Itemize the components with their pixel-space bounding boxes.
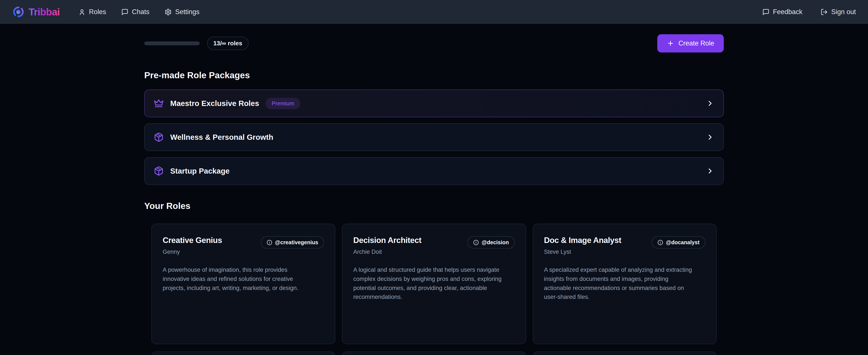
roles-grid: Creative Genius Genny @creativegenius A … — [144, 224, 724, 355]
role-card-header: Creative Genius Genny @creativegenius — [163, 236, 324, 255]
package-title: Startup Package — [170, 167, 229, 175]
role-description: A specialized expert capable of analyzin… — [544, 265, 695, 301]
package-card-wellness[interactable]: Wellness & Personal Growth — [144, 123, 724, 151]
role-description: A logical and structured guide that help… — [353, 265, 505, 301]
gear-icon — [164, 8, 172, 16]
chevron-right-icon — [706, 99, 714, 108]
role-description: A powerhouse of imagination, this role p… — [163, 265, 314, 292]
package-title: Maestro Exclusive Roles — [170, 99, 259, 108]
info-icon — [657, 240, 663, 245]
chevron-right-icon — [706, 133, 714, 141]
nav-item-chats[interactable]: Chats — [121, 8, 149, 16]
brand-logo[interactable]: Tribbai — [12, 6, 60, 18]
nav-label-roles: Roles — [89, 8, 106, 16]
brand-name: Tribbai — [29, 6, 60, 18]
package-icon — [154, 132, 164, 142]
role-subtitle: Archie Doit — [353, 248, 422, 255]
role-card-doc-image-analyst[interactable]: Doc & Image Analyst Steve Lyst @docanaly… — [533, 224, 717, 344]
role-title: Doc & Image Analyst — [544, 236, 621, 245]
role-handle-badge[interactable]: @docanalyst — [652, 236, 705, 248]
role-card-title-block: Creative Genius Genny — [163, 236, 222, 255]
role-card-title-block: Doc & Image Analyst Steve Lyst — [544, 236, 621, 255]
role-card-header: Decision Architect Archie Doit @decision — [353, 236, 515, 255]
nav-item-roles[interactable]: Roles — [79, 8, 106, 16]
role-card-title-block: Decision Architect Archie Doit — [353, 236, 422, 255]
role-quota: 13/∞ roles — [144, 37, 249, 50]
role-title: Creative Genius — [163, 236, 222, 245]
top-navbar: Tribbai Roles Chats Settings Feedba — [0, 0, 868, 24]
premade-packages-heading: Pre-made Role Packages — [144, 70, 724, 81]
role-handle-text: @decision — [482, 239, 509, 245]
nav-label-settings: Settings — [175, 8, 199, 16]
main-content: 13/∞ roles Create Role Pre-made Role Pac… — [144, 34, 724, 355]
tribbai-logo-icon — [12, 6, 25, 18]
nav-item-settings[interactable]: Settings — [164, 8, 199, 16]
nav-label-chats: Chats — [132, 8, 149, 16]
roles-toolbar: 13/∞ roles Create Role — [144, 34, 724, 53]
role-quota-badge: 13/∞ roles — [207, 37, 249, 50]
role-card-partial[interactable] — [342, 352, 526, 355]
premium-badge: Premium — [266, 98, 300, 109]
package-title: Wellness & Personal Growth — [170, 133, 273, 142]
role-handle-text: @docanalyst — [666, 239, 700, 245]
create-role-button[interactable]: Create Role — [657, 34, 724, 53]
role-quota-progressbar — [144, 41, 200, 45]
main-nav: Roles Chats Settings — [79, 8, 199, 16]
info-icon — [267, 240, 272, 245]
role-card-partial[interactable] — [533, 352, 717, 355]
role-title: Decision Architect — [353, 236, 422, 245]
crown-icon — [154, 98, 164, 108]
logout-icon — [820, 8, 828, 16]
role-handle-badge[interactable]: @creativegenius — [261, 236, 324, 248]
info-icon — [473, 240, 479, 245]
package-list: Maestro Exclusive Roles Premium Wellness… — [144, 90, 724, 185]
role-card-partial[interactable] — [151, 352, 335, 355]
package-card-startup[interactable]: Startup Package — [144, 157, 724, 185]
sign-out-button[interactable]: Sign out — [820, 8, 856, 16]
create-role-label: Create Role — [679, 39, 714, 47]
role-subtitle: Steve Lyst — [544, 248, 621, 255]
role-subtitle: Genny — [163, 248, 222, 255]
role-card-header: Doc & Image Analyst Steve Lyst @docanaly… — [544, 236, 705, 255]
role-card-decision-architect[interactable]: Decision Architect Archie Doit @decision… — [342, 224, 526, 344]
role-handle-badge[interactable]: @decision — [467, 236, 515, 248]
role-card-creative-genius[interactable]: Creative Genius Genny @creativegenius A … — [151, 224, 335, 344]
feedback-chat-icon — [762, 8, 770, 16]
user-icon — [79, 8, 86, 16]
plus-icon — [667, 40, 674, 47]
chat-icon — [121, 8, 128, 16]
feedback-button[interactable]: Feedback — [762, 8, 802, 16]
package-card-maestro[interactable]: Maestro Exclusive Roles Premium — [144, 90, 724, 117]
role-handle-text: @creativegenius — [275, 239, 318, 245]
sign-out-label: Sign out — [831, 8, 856, 16]
chevron-right-icon — [706, 167, 714, 175]
your-roles-heading: Your Roles — [144, 201, 724, 211]
feedback-label: Feedback — [773, 8, 802, 16]
topbar-right: Feedback Sign out — [762, 8, 856, 16]
package-icon — [154, 166, 164, 176]
